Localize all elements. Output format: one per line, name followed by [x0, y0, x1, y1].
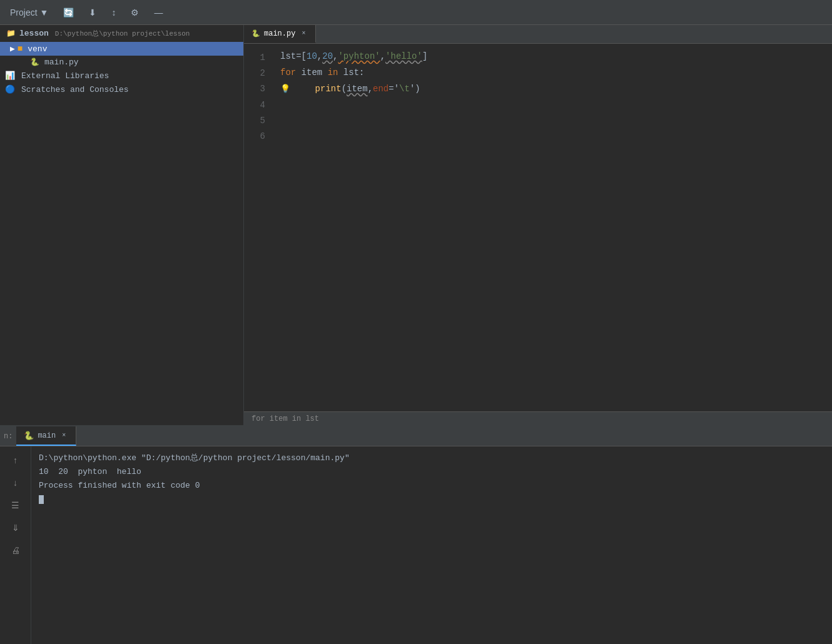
- line-numbers: 1 2 3 4 5 6: [244, 49, 275, 406]
- py-terminal-icon: 🐍: [24, 431, 34, 441]
- line-num-3: 3: [244, 81, 265, 97]
- code-content[interactable]: lst=[10,20,'pyhton','hello'] for item in…: [275, 49, 832, 406]
- py-file-icon: 🐍: [30, 58, 39, 67]
- scratches-label: Scratches and Consoles: [21, 85, 129, 94]
- bar-chart-icon: 📊: [5, 71, 15, 81]
- line-num-5: 5: [244, 113, 265, 129]
- code-line-1: lst=[10,20,'pyhton','hello']: [280, 49, 832, 65]
- code-line-3: 💡 print(item,end='\t'): [280, 81, 832, 98]
- editor-tab-bar: 🐍 main.py ×: [244, 25, 832, 44]
- tab-close-button[interactable]: ×: [299, 29, 308, 38]
- sidebar-item-scratches[interactable]: 🔵 Scratches and Consoles: [0, 83, 243, 96]
- code-editor: 1 2 3 4 5 6 lst=[10,20,'pyhton','hello']…: [244, 44, 832, 411]
- chevron-down-icon: ▼: [40, 8, 49, 18]
- toolbar-button-3[interactable]: ↕: [106, 5, 121, 20]
- project-menu-button[interactable]: Project ▼: [5, 5, 53, 20]
- venv-label: venv: [28, 44, 47, 54]
- code-line-5: [280, 114, 832, 130]
- code-var-lst: lst: [280, 49, 296, 64]
- lightbulb-icon[interactable]: 💡: [280, 82, 290, 96]
- code-line-4: [280, 98, 832, 114]
- project-root-path: D:\python总\python project\lesson: [55, 29, 190, 38]
- terminal-prefix: n:: [0, 426, 16, 446]
- chevron-right-icon: ▶: [10, 44, 15, 54]
- terminal-body: ↑ ↓ ☰ ⇓ 🖨 D:\python\python.exe "D:/pytho…: [0, 446, 832, 644]
- terminal-scroll-up-button[interactable]: ↑: [7, 451, 24, 469]
- external-libs-label: External Libraries: [21, 71, 109, 81]
- toolbar-button-1[interactable]: 🔄: [58, 5, 79, 20]
- code-line-6: [280, 130, 832, 146]
- terminal-line-1: D:\python\python.exe "D:/python总/python …: [39, 451, 824, 465]
- editor-area: 📁 lesson D:\python总\python project\lesso…: [0, 25, 832, 425]
- settings-button[interactable]: ⚙: [126, 5, 144, 20]
- sidebar-item-venv[interactable]: ▶ ■ venv: [0, 42, 243, 56]
- terminal-filter-button[interactable]: ☰: [7, 496, 24, 514]
- status-text: for item in lst: [251, 415, 319, 423]
- code-line-2: for item in lst:: [280, 65, 832, 81]
- line-num-4: 4: [244, 98, 265, 113]
- tab-mainpy[interactable]: 🐍 main.py ×: [244, 25, 316, 43]
- main-layout: 📁 lesson D:\python总\python project\lesso…: [0, 25, 832, 644]
- terminal-sidebar-buttons: ↑ ↓ ☰ ⇓ 🖨: [0, 446, 31, 644]
- folder-icon: ■: [18, 44, 23, 54]
- terminal-line-3: Process finished with exit code 0: [39, 479, 824, 493]
- terminal-cursor: [39, 495, 44, 504]
- sidebar-header: 📁 lesson D:\python总\python project\lesso…: [0, 25, 243, 42]
- line-num-1: 1: [244, 50, 265, 66]
- py-tab-icon: 🐍: [251, 29, 260, 38]
- terminal-tab-main[interactable]: 🐍 main ×: [16, 426, 76, 446]
- minimize-button[interactable]: —: [149, 5, 168, 20]
- tab-mainpy-label: main.py: [264, 29, 295, 38]
- terminal-tab-label: main: [38, 431, 56, 440]
- terminal-print-button[interactable]: 🖨: [7, 541, 24, 559]
- terminal-line-2: 10 20 pyhton hello: [39, 465, 824, 479]
- toolbar-button-2[interactable]: ⬇: [84, 5, 101, 20]
- scratch-icon: 🔵: [5, 84, 15, 94]
- sidebar-item-mainpy[interactable]: 🐍 main.py: [0, 56, 243, 69]
- editor-panel: 🐍 main.py × 1 2 3 4 5 6 lst=[10,20: [244, 25, 832, 425]
- folder-root-icon: 📁: [6, 29, 16, 38]
- sidebar-item-external-libs[interactable]: 📊 External Libraries: [0, 69, 243, 83]
- terminal-tab-bar: n: 🐍 main ×: [0, 426, 832, 446]
- mainpy-label: main.py: [44, 58, 79, 67]
- terminal-wrap-button[interactable]: ⇓: [7, 519, 24, 536]
- terminal-output[interactable]: D:\python\python.exe "D:/python总/python …: [31, 446, 832, 644]
- project-label: Project: [10, 8, 38, 18]
- terminal-tab-close[interactable]: ×: [59, 431, 68, 440]
- line-num-2: 2: [244, 66, 265, 81]
- project-root-label: lesson: [19, 29, 49, 38]
- terminal-line-4: [39, 493, 824, 506]
- terminal-panel: n: 🐍 main × ↑ ↓ ☰ ⇓ 🖨 D:\python\python.e…: [0, 425, 832, 644]
- sidebar: 📁 lesson D:\python总\python project\lesso…: [0, 25, 244, 425]
- terminal-scroll-down-button[interactable]: ↓: [7, 474, 24, 491]
- editor-status-bar: for item in lst: [244, 411, 832, 425]
- line-num-6: 6: [244, 129, 265, 144]
- toolbar: Project ▼ 🔄 ⬇ ↕ ⚙ —: [0, 0, 832, 25]
